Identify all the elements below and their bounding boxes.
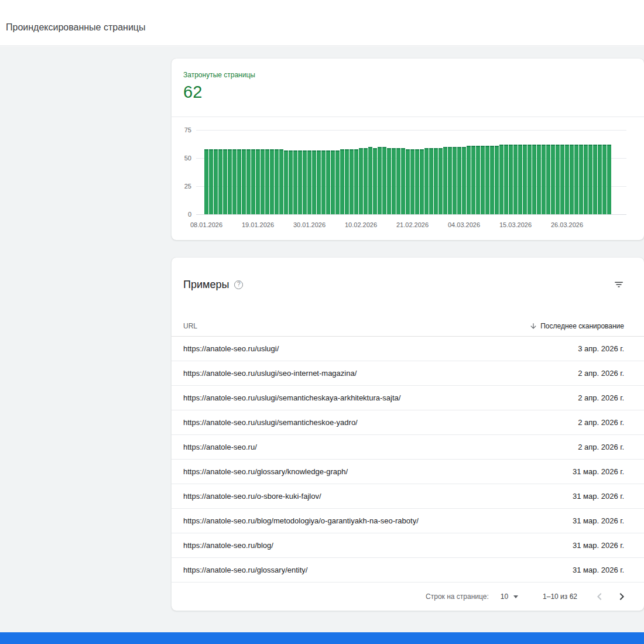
chart-bar[interactable] bbox=[223, 149, 227, 214]
chart-bar[interactable] bbox=[504, 145, 508, 214]
help-icon[interactable]: ? bbox=[234, 280, 243, 289]
chart-bar[interactable] bbox=[560, 145, 564, 214]
chart-bar[interactable] bbox=[537, 145, 541, 214]
chart-bar[interactable] bbox=[256, 149, 260, 214]
table-row[interactable]: https://anatole-seo.ru/uslugi/semantiche… bbox=[172, 386, 644, 410]
chart-bar[interactable] bbox=[214, 149, 218, 214]
chart-bar[interactable] bbox=[228, 149, 232, 214]
chart-bar[interactable] bbox=[598, 145, 602, 214]
chart-bar[interactable] bbox=[434, 148, 438, 214]
chart-bar[interactable] bbox=[429, 148, 433, 214]
chart-bar[interactable] bbox=[476, 146, 480, 214]
chart-bar[interactable] bbox=[326, 150, 330, 214]
chart-bar[interactable] bbox=[261, 149, 265, 214]
chart-bar[interactable] bbox=[275, 149, 279, 214]
chart-bar[interactable] bbox=[457, 147, 461, 214]
chart-bar[interactable] bbox=[373, 148, 377, 214]
chart-bar[interactable] bbox=[354, 149, 358, 214]
chart-bar[interactable] bbox=[542, 145, 546, 214]
chart-bar[interactable] bbox=[387, 148, 391, 214]
chart-bar[interactable] bbox=[368, 147, 372, 214]
column-header-url[interactable]: URL bbox=[183, 322, 197, 330]
chart-bar[interactable] bbox=[513, 145, 518, 214]
chart-bar[interactable] bbox=[467, 146, 471, 214]
chart-bar[interactable] bbox=[401, 148, 405, 214]
chart-bar[interactable] bbox=[345, 149, 349, 214]
chart-bar[interactable] bbox=[448, 147, 452, 214]
filter-icon[interactable] bbox=[611, 277, 626, 292]
previous-page-button[interactable] bbox=[592, 590, 607, 604]
chart-bar[interactable] bbox=[471, 146, 475, 214]
chart-bar[interactable] bbox=[246, 149, 251, 214]
chart-bar[interactable] bbox=[551, 145, 555, 214]
chart-bar[interactable] bbox=[232, 149, 237, 214]
chart-bar[interactable] bbox=[204, 149, 208, 214]
chart-bar[interactable] bbox=[335, 150, 340, 214]
chart-bar[interactable] bbox=[392, 148, 396, 214]
chart-bar[interactable] bbox=[265, 149, 269, 214]
chart-bar[interactable] bbox=[579, 145, 583, 214]
chart-bar[interactable] bbox=[279, 149, 283, 214]
table-row[interactable]: https://anatole-seo.ru/uslugi/semantiche… bbox=[172, 410, 644, 435]
chart-bar[interactable] bbox=[242, 149, 246, 214]
chart-bar[interactable] bbox=[462, 147, 466, 214]
chart-bar[interactable] bbox=[406, 149, 410, 214]
chart-bar[interactable] bbox=[495, 146, 499, 214]
chart-bar[interactable] bbox=[481, 146, 485, 214]
chart-bar[interactable] bbox=[307, 150, 311, 214]
chart-bar[interactable] bbox=[518, 145, 522, 214]
chart-bar[interactable] bbox=[410, 149, 415, 214]
chart-bar[interactable] bbox=[284, 150, 288, 214]
chart-bar[interactable] bbox=[293, 150, 297, 214]
chart-bar[interactable] bbox=[317, 150, 321, 214]
chart-bar[interactable] bbox=[350, 149, 354, 214]
chart-bar[interactable] bbox=[424, 148, 429, 214]
table-row[interactable]: https://anatole-seo.ru/uslugi/seo-intern… bbox=[172, 361, 644, 386]
chart-bar[interactable] bbox=[237, 149, 241, 214]
chart-bar[interactable] bbox=[527, 145, 532, 214]
chart-bar[interactable] bbox=[312, 150, 316, 214]
chart-bar[interactable] bbox=[602, 145, 607, 214]
chart-bar[interactable] bbox=[509, 145, 513, 214]
table-row[interactable]: https://anatole-seo.ru/2 апр. 2026 г. bbox=[172, 435, 644, 460]
table-row[interactable]: https://anatole-seo.ru/uslugi/3 апр. 202… bbox=[172, 337, 644, 361]
chart-bar[interactable] bbox=[523, 145, 527, 214]
chart-bar[interactable] bbox=[378, 147, 382, 214]
chart-bar[interactable] bbox=[499, 145, 503, 214]
chart-bar[interactable] bbox=[556, 145, 560, 214]
chart-bar[interactable] bbox=[303, 150, 307, 214]
chart-bar[interactable] bbox=[574, 145, 578, 214]
chart-bar[interactable] bbox=[532, 145, 536, 214]
chart-bar[interactable] bbox=[588, 145, 592, 214]
table-row[interactable]: https://anatole-seo.ru/glossary/knowledg… bbox=[172, 460, 644, 484]
chart-bar[interactable] bbox=[485, 146, 489, 214]
chart-bar[interactable] bbox=[218, 149, 222, 214]
chart-bar[interactable] bbox=[443, 147, 447, 214]
chart-bar[interactable] bbox=[453, 147, 457, 214]
chart-bar[interactable] bbox=[298, 150, 302, 214]
column-header-last-crawl[interactable]: Последнее сканирование bbox=[529, 322, 624, 330]
chart-bar[interactable] bbox=[382, 147, 386, 214]
chart-bar[interactable] bbox=[584, 145, 588, 214]
table-row[interactable]: https://anatole-seo.ru/glossary/entity/3… bbox=[172, 558, 644, 583]
chart-bar[interactable] bbox=[331, 150, 335, 214]
chart-bar[interactable] bbox=[607, 145, 611, 214]
affected-pages-metric[interactable]: Затронутые страницы 62 bbox=[172, 59, 644, 117]
chart-bar[interactable] bbox=[570, 145, 574, 214]
chart-bar[interactable] bbox=[439, 148, 443, 214]
chart-bar[interactable] bbox=[546, 145, 550, 214]
chart-bar[interactable] bbox=[340, 149, 344, 214]
rows-per-page-select[interactable]: 10 bbox=[501, 592, 518, 601]
chart-bar[interactable] bbox=[415, 149, 419, 214]
table-row[interactable]: https://anatole-seo.ru/blog/31 мар. 2026… bbox=[172, 533, 644, 558]
chart-bar[interactable] bbox=[364, 148, 368, 214]
chart-bar[interactable] bbox=[565, 145, 569, 214]
chart-bar[interactable] bbox=[490, 146, 494, 214]
table-row[interactable]: https://anatole-seo.ru/blog/metodologiya… bbox=[172, 509, 644, 533]
chart-bar[interactable] bbox=[270, 149, 274, 214]
chart-bar[interactable] bbox=[209, 149, 213, 214]
chart-bar[interactable] bbox=[420, 149, 424, 214]
chart-bar[interactable] bbox=[289, 150, 293, 214]
chart-bar[interactable] bbox=[359, 148, 363, 214]
chart-bar[interactable] bbox=[593, 145, 597, 214]
